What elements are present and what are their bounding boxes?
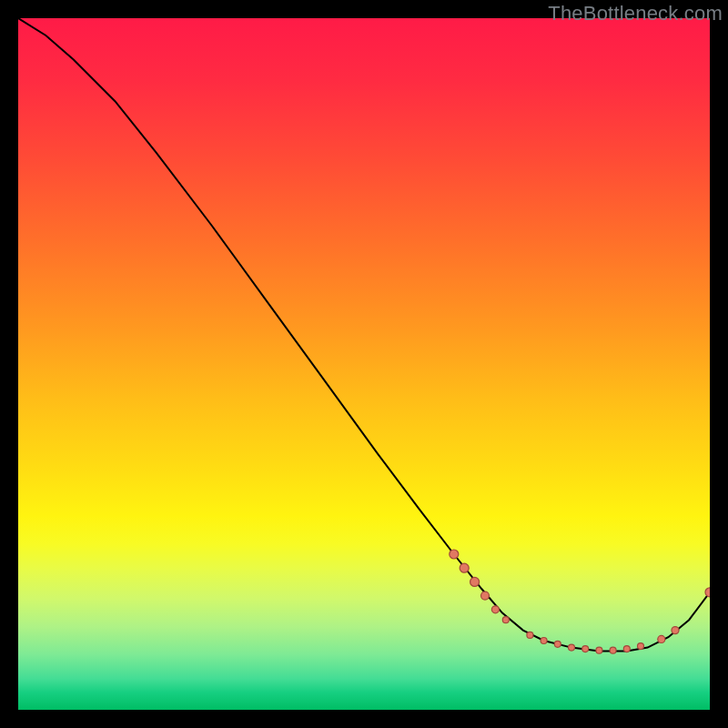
source-watermark: TheBottleneck.com bbox=[548, 2, 723, 25]
plot-area bbox=[18, 18, 710, 710]
svg-rect-0 bbox=[18, 18, 710, 710]
chart-stage: TheBottleneck.com bbox=[0, 0, 728, 728]
bottleneck-gradient-background bbox=[18, 18, 710, 710]
